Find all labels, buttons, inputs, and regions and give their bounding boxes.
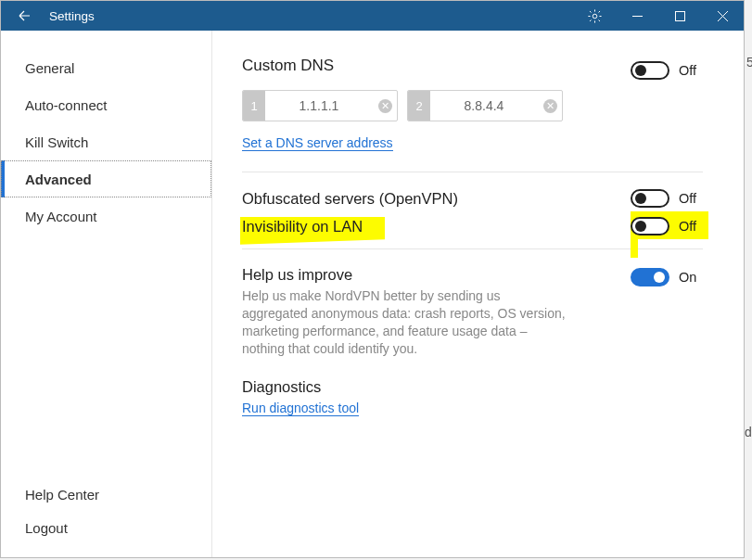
obfuscated-servers-toggle-state: Off (679, 191, 703, 206)
dns-clear-button[interactable]: ✕ (373, 91, 397, 121)
sidebar-item-label: Logout (25, 520, 68, 536)
content-panel: Custom DNS Off 1 1.1.1.1 ✕ 2 8.8.4.4 ✕ (212, 31, 744, 557)
obfuscated-servers-toggle[interactable] (631, 189, 669, 208)
run-diagnostics-link[interactable]: Run diagnostics tool (242, 401, 359, 416)
sidebar: General Auto-connect Kill Switch Advance… (1, 31, 212, 557)
x-icon: ✕ (543, 99, 557, 113)
window-title: Settings (49, 9, 95, 23)
sidebar-item-label: Help Center (25, 487, 99, 503)
divider (242, 172, 703, 172)
maximize-button[interactable] (658, 1, 701, 31)
diagnostics-title: Diagnostics (242, 378, 703, 396)
sidebar-item-label: Advanced (25, 172, 92, 187)
invisibility-lan-label: Invisibility on LAN (242, 218, 363, 235)
dns-index-badge: 2 (408, 91, 430, 121)
dns-value: 1.1.1.1 (265, 98, 373, 113)
help-us-improve-toggle-state: On (679, 270, 703, 285)
set-dns-address-link[interactable]: Set a DNS server address (242, 135, 393, 151)
minimize-button[interactable] (616, 1, 658, 31)
sidebar-item-label: Auto-connect (25, 97, 107, 113)
dns-clear-button[interactable]: ✕ (538, 91, 562, 121)
obfuscated-servers-label: Obfuscated servers (OpenVPN) (242, 190, 458, 208)
sidebar-item-label: My Account (25, 209, 97, 224)
help-us-improve-description: Help us make NordVPN better by sending u… (242, 287, 567, 358)
sidebar-item-help-center[interactable]: Help Center (1, 477, 211, 511)
sidebar-item-auto-connect[interactable]: Auto-connect (1, 86, 211, 123)
settings-window: Settings General Auto-connect Kill Switc… (0, 0, 745, 558)
dns-server-2[interactable]: 2 8.8.4.4 ✕ (407, 90, 563, 121)
help-us-improve-toggle[interactable] (631, 268, 669, 286)
sidebar-item-general[interactable]: General (1, 49, 211, 86)
background-fragment: di (745, 425, 752, 439)
sidebar-item-label: Kill Switch (25, 134, 88, 150)
sidebar-item-advanced[interactable]: Advanced (1, 160, 211, 197)
invisibility-lan-toggle-state: Off (679, 219, 703, 234)
titlebar: Settings (1, 1, 744, 31)
dns-index-badge: 1 (243, 91, 265, 121)
x-icon: ✕ (378, 99, 392, 113)
highlight-marker (631, 234, 638, 258)
sidebar-item-my-account[interactable]: My Account (1, 197, 211, 235)
sidebar-item-logout[interactable]: Logout (1, 511, 211, 544)
svg-rect-1 (675, 11, 684, 20)
custom-dns-toggle[interactable] (631, 61, 669, 80)
back-button[interactable] (8, 8, 40, 23)
sidebar-item-kill-switch[interactable]: Kill Switch (1, 123, 211, 160)
custom-dns-toggle-state: Off (679, 63, 703, 78)
custom-dns-title: Custom DNS (242, 57, 334, 75)
settings-gear-icon[interactable] (573, 1, 616, 31)
highlight-marker (240, 234, 385, 244)
dns-value: 8.8.4.4 (430, 98, 538, 113)
sidebar-item-label: General (25, 60, 74, 76)
invisibility-lan-toggle[interactable] (631, 217, 669, 235)
svg-point-0 (593, 14, 597, 19)
help-us-improve-label: Help us improve (242, 266, 567, 284)
background-fragment: 5 (746, 55, 752, 70)
dns-server-1[interactable]: 1 1.1.1.1 ✕ (242, 90, 398, 121)
close-button[interactable] (701, 1, 744, 31)
